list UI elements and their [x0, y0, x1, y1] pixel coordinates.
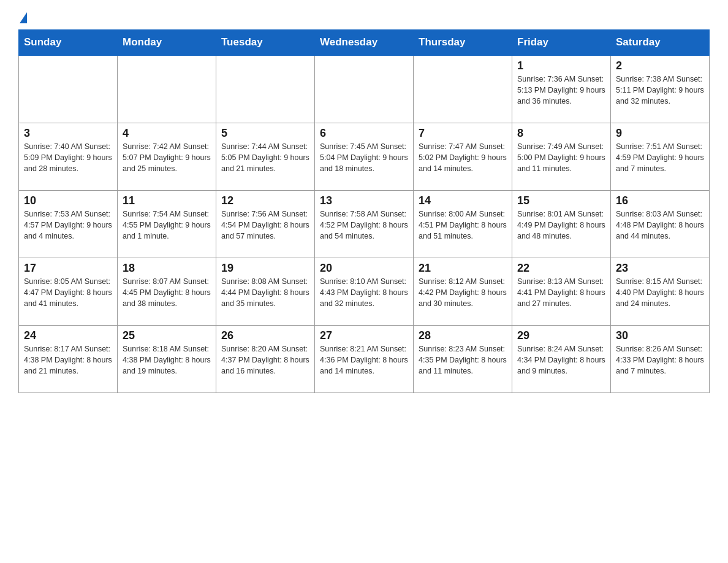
day-info: Sunrise: 8:23 AM Sunset: 4:35 PM Dayligh… [419, 343, 507, 377]
day-info: Sunrise: 7:42 AM Sunset: 5:07 PM Dayligh… [123, 141, 211, 174]
day-info: Sunrise: 7:38 AM Sunset: 5:11 PM Dayligh… [616, 74, 704, 107]
day-info: Sunrise: 8:17 AM Sunset: 4:38 PM Dayligh… [24, 343, 112, 377]
day-number: 28 [419, 329, 507, 342]
calendar-week-row: 24Sunrise: 8:17 AM Sunset: 4:38 PM Dayli… [19, 325, 710, 393]
day-info: Sunrise: 8:05 AM Sunset: 4:47 PM Dayligh… [24, 276, 112, 309]
calendar-week-row: 17Sunrise: 8:05 AM Sunset: 4:47 PM Dayli… [19, 258, 710, 325]
logo-triangle-icon [20, 12, 27, 23]
calendar-cell: 17Sunrise: 8:05 AM Sunset: 4:47 PM Dayli… [19, 258, 118, 325]
calendar-cell: 6Sunrise: 7:45 AM Sunset: 5:04 PM Daylig… [315, 123, 414, 190]
day-info: Sunrise: 7:49 AM Sunset: 5:00 PM Dayligh… [517, 141, 605, 174]
day-number: 15 [517, 194, 605, 207]
logo [18, 12, 27, 23]
calendar-cell: 26Sunrise: 8:20 AM Sunset: 4:37 PM Dayli… [216, 325, 315, 393]
day-number: 18 [123, 262, 211, 275]
calendar-cell: 11Sunrise: 7:54 AM Sunset: 4:55 PM Dayli… [118, 190, 216, 258]
calendar-header-saturday: Saturday [611, 30, 710, 56]
day-number: 10 [24, 194, 112, 207]
day-info: Sunrise: 7:40 AM Sunset: 5:09 PM Dayligh… [24, 141, 112, 174]
day-info: Sunrise: 8:08 AM Sunset: 4:44 PM Dayligh… [221, 276, 309, 309]
day-info: Sunrise: 7:54 AM Sunset: 4:55 PM Dayligh… [123, 209, 211, 242]
day-number: 8 [517, 127, 605, 140]
day-info: Sunrise: 7:53 AM Sunset: 4:57 PM Dayligh… [24, 209, 112, 242]
day-info: Sunrise: 7:58 AM Sunset: 4:52 PM Dayligh… [320, 209, 408, 242]
calendar-cell: 25Sunrise: 8:18 AM Sunset: 4:38 PM Dayli… [118, 325, 216, 393]
calendar-week-row: 3Sunrise: 7:40 AM Sunset: 5:09 PM Daylig… [19, 123, 710, 190]
calendar-cell [315, 55, 414, 123]
day-number: 24 [24, 329, 112, 342]
day-info: Sunrise: 7:44 AM Sunset: 5:05 PM Dayligh… [221, 141, 309, 174]
day-number: 27 [320, 329, 408, 342]
calendar-header-tuesday: Tuesday [216, 30, 315, 56]
day-number: 19 [221, 262, 309, 275]
calendar-cell: 2Sunrise: 7:38 AM Sunset: 5:11 PM Daylig… [611, 55, 710, 123]
day-number: 7 [419, 127, 507, 140]
calendar-table: SundayMondayTuesdayWednesdayThursdayFrid… [18, 29, 710, 393]
calendar-cell: 12Sunrise: 7:56 AM Sunset: 4:54 PM Dayli… [216, 190, 315, 258]
day-info: Sunrise: 8:18 AM Sunset: 4:38 PM Dayligh… [123, 343, 211, 377]
page-header [18, 12, 710, 23]
calendar-header-sunday: Sunday [19, 30, 118, 56]
calendar-cell [414, 55, 512, 123]
calendar-cell: 9Sunrise: 7:51 AM Sunset: 4:59 PM Daylig… [611, 123, 710, 190]
calendar-cell: 14Sunrise: 8:00 AM Sunset: 4:51 PM Dayli… [414, 190, 512, 258]
day-info: Sunrise: 7:45 AM Sunset: 5:04 PM Dayligh… [320, 141, 408, 174]
day-info: Sunrise: 7:56 AM Sunset: 4:54 PM Dayligh… [221, 209, 309, 242]
day-number: 20 [320, 262, 408, 275]
day-number: 17 [24, 262, 112, 275]
calendar-cell: 18Sunrise: 8:07 AM Sunset: 4:45 PM Dayli… [118, 258, 216, 325]
calendar-cell [216, 55, 315, 123]
calendar-cell: 1Sunrise: 7:36 AM Sunset: 5:13 PM Daylig… [512, 55, 611, 123]
day-number: 12 [221, 194, 309, 207]
day-info: Sunrise: 8:10 AM Sunset: 4:43 PM Dayligh… [320, 276, 408, 309]
calendar-cell: 7Sunrise: 7:47 AM Sunset: 5:02 PM Daylig… [414, 123, 512, 190]
calendar-cell: 20Sunrise: 8:10 AM Sunset: 4:43 PM Dayli… [315, 258, 414, 325]
calendar-cell [118, 55, 216, 123]
day-info: Sunrise: 8:13 AM Sunset: 4:41 PM Dayligh… [517, 276, 605, 309]
calendar-header-row: SundayMondayTuesdayWednesdayThursdayFrid… [19, 30, 710, 56]
calendar-cell: 15Sunrise: 8:01 AM Sunset: 4:49 PM Dayli… [512, 190, 611, 258]
calendar-cell: 22Sunrise: 8:13 AM Sunset: 4:41 PM Dayli… [512, 258, 611, 325]
calendar-cell: 23Sunrise: 8:15 AM Sunset: 4:40 PM Dayli… [611, 258, 710, 325]
calendar-cell: 29Sunrise: 8:24 AM Sunset: 4:34 PM Dayli… [512, 325, 611, 393]
calendar-cell: 8Sunrise: 7:49 AM Sunset: 5:00 PM Daylig… [512, 123, 611, 190]
calendar-cell: 27Sunrise: 8:21 AM Sunset: 4:36 PM Dayli… [315, 325, 414, 393]
day-number: 13 [320, 194, 408, 207]
day-info: Sunrise: 8:07 AM Sunset: 4:45 PM Dayligh… [123, 276, 211, 309]
calendar-header-wednesday: Wednesday [315, 30, 414, 56]
day-info: Sunrise: 8:21 AM Sunset: 4:36 PM Dayligh… [320, 343, 408, 377]
day-info: Sunrise: 8:03 AM Sunset: 4:48 PM Dayligh… [616, 209, 704, 242]
day-number: 2 [616, 59, 704, 72]
day-info: Sunrise: 7:51 AM Sunset: 4:59 PM Dayligh… [616, 141, 704, 174]
day-number: 11 [123, 194, 211, 207]
calendar-week-row: 10Sunrise: 7:53 AM Sunset: 4:57 PM Dayli… [19, 190, 710, 258]
calendar-cell: 24Sunrise: 8:17 AM Sunset: 4:38 PM Dayli… [19, 325, 118, 393]
day-number: 6 [320, 127, 408, 140]
calendar-week-row: 1Sunrise: 7:36 AM Sunset: 5:13 PM Daylig… [19, 55, 710, 123]
day-number: 9 [616, 127, 704, 140]
day-number: 21 [419, 262, 507, 275]
day-info: Sunrise: 7:47 AM Sunset: 5:02 PM Dayligh… [419, 141, 507, 174]
day-number: 16 [616, 194, 704, 207]
calendar-cell: 30Sunrise: 8:26 AM Sunset: 4:33 PM Dayli… [611, 325, 710, 393]
day-info: Sunrise: 8:15 AM Sunset: 4:40 PM Dayligh… [616, 276, 704, 309]
day-number: 29 [517, 329, 605, 342]
day-number: 22 [517, 262, 605, 275]
calendar-cell: 19Sunrise: 8:08 AM Sunset: 4:44 PM Dayli… [216, 258, 315, 325]
calendar-cell: 10Sunrise: 7:53 AM Sunset: 4:57 PM Dayli… [19, 190, 118, 258]
day-number: 5 [221, 127, 309, 140]
day-info: Sunrise: 8:24 AM Sunset: 4:34 PM Dayligh… [517, 343, 605, 377]
calendar-header-thursday: Thursday [414, 30, 512, 56]
day-number: 1 [517, 59, 605, 72]
day-number: 23 [616, 262, 704, 275]
day-info: Sunrise: 8:26 AM Sunset: 4:33 PM Dayligh… [616, 343, 704, 377]
day-info: Sunrise: 7:36 AM Sunset: 5:13 PM Dayligh… [517, 74, 605, 107]
calendar-cell: 13Sunrise: 7:58 AM Sunset: 4:52 PM Dayli… [315, 190, 414, 258]
calendar-header-friday: Friday [512, 30, 611, 56]
calendar-header-monday: Monday [118, 30, 216, 56]
calendar-cell [19, 55, 118, 123]
day-info: Sunrise: 8:01 AM Sunset: 4:49 PM Dayligh… [517, 209, 605, 242]
calendar-cell: 16Sunrise: 8:03 AM Sunset: 4:48 PM Dayli… [611, 190, 710, 258]
calendar-cell: 4Sunrise: 7:42 AM Sunset: 5:07 PM Daylig… [118, 123, 216, 190]
calendar-cell: 5Sunrise: 7:44 AM Sunset: 5:05 PM Daylig… [216, 123, 315, 190]
